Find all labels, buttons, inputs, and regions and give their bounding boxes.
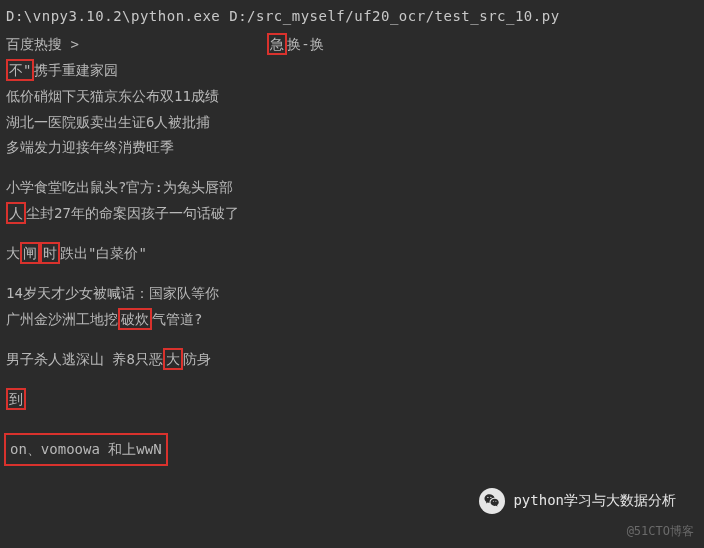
arrow-icon: > [70,36,78,52]
text: 大 [6,245,20,261]
line-10: 男子杀人逃深山 养8只恶大防身 [6,347,698,373]
line-7: 大闸时跌出"白菜价" [6,241,698,267]
swap-highlight: 急 [267,33,287,55]
line-5: 小学食堂吃出鼠头?官方:为兔头唇部 [6,175,698,201]
wechat-icon [479,488,505,514]
hot-search-label: 百度热搜 [6,36,62,52]
highlight-box: 时 [40,242,60,264]
line-1: 不"携手重建家园 [6,58,698,84]
text: 广州金沙洲工地挖 [6,311,118,327]
command-line: D:\vnpy3.10.2\python.exe D:/src_myself/u… [6,4,698,30]
text: 跌出"白菜价" [60,245,147,261]
highlight-box: 到 [6,388,26,410]
line-8: 14岁天才少女被喊话：国家队等你 [6,281,698,307]
text: 携手重建家园 [34,62,118,78]
brand-badge: python学习与大数据分析 [479,488,676,514]
text: 气管道? [152,311,202,327]
highlight-box: 不" [6,59,34,81]
line-6: 人尘封27年的命案因孩子一句话破了 [6,201,698,227]
brand-text: python学习与大数据分析 [513,488,676,514]
header-row: 百度热搜 > 急换-换 [6,32,698,58]
highlight-box: 闸 [20,242,40,264]
highlight-box: 人 [6,202,26,224]
line-4: 多端发力迎接年终消费旺季 [6,135,698,161]
watermark: @51CTO博客 [627,520,694,542]
text: 尘封27年的命案因孩子一句话破了 [26,205,239,221]
swap-text: 换-换 [287,36,323,52]
line-9: 广州金沙洲工地挖破炊气管道? [6,307,698,333]
line-2: 低价硝烟下天猫京东公布双11成绩 [6,84,698,110]
text: 男子杀人逃深山 养8只恶 [6,351,163,367]
highlight-box: 破炊 [118,308,152,330]
text: 防身 [183,351,211,367]
line-3: 湖北一医院贩卖出生证6人被批捕 [6,110,698,136]
console-output: D:\vnpy3.10.2\python.exe D:/src_myself/u… [0,0,704,466]
highlight-box: 大 [163,348,183,370]
line-11: 到 [6,387,698,413]
text: on、vomoowa 和上wwN [10,441,162,457]
bottom-highlight-bar: on、vomoowa 和上wwN [4,433,168,467]
